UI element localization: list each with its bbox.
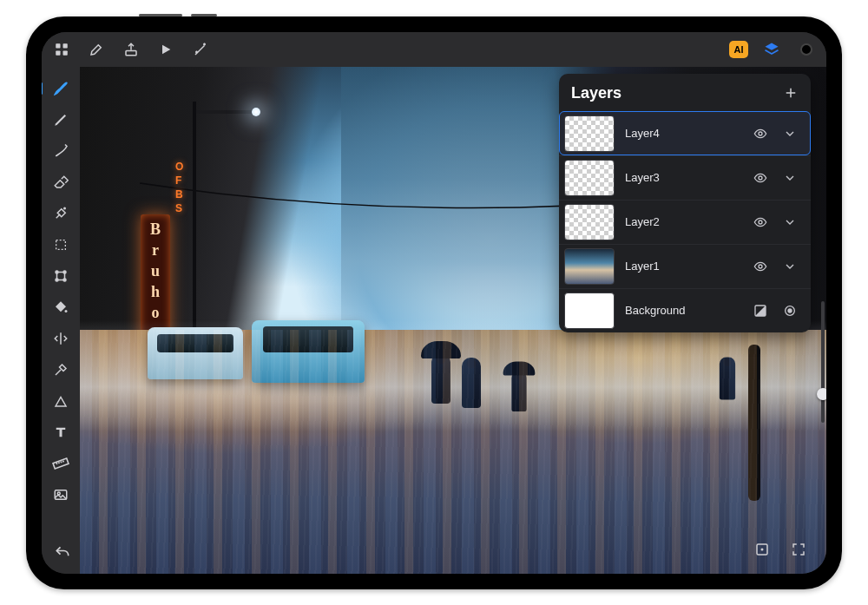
ai-badge[interactable]: AI (729, 41, 748, 58)
play-button[interactable] (155, 38, 177, 61)
expand-layer-button[interactable] (783, 171, 802, 185)
shape-tool[interactable] (45, 386, 76, 416)
layer-row[interactable]: Layer1 (559, 244, 811, 288)
svg-rect-1 (63, 43, 68, 48)
transform-tool[interactable] (45, 261, 76, 291)
neon-sign-small: OFBS (175, 161, 184, 214)
layer-row[interactable]: Layer4 (559, 111, 811, 155)
svg-rect-2 (56, 50, 60, 55)
ruler-tool[interactable] (45, 449, 76, 478)
layer-thumbnail (564, 204, 615, 240)
brush-tool[interactable] (45, 74, 76, 103)
svg-rect-13 (53, 458, 69, 469)
layer-row[interactable]: Layer3 (559, 155, 811, 200)
svg-point-18 (759, 220, 762, 224)
paint-roller-tool[interactable] (45, 136, 76, 166)
layers-panel: Layers Layer4 Layer3 (559, 74, 811, 332)
fit-screen-button[interactable] (750, 537, 774, 562)
svg-rect-3 (63, 50, 68, 55)
visibility-toggle[interactable] (753, 171, 773, 185)
svg-point-12 (65, 310, 68, 312)
layers-stack-icon[interactable] (760, 38, 783, 61)
layer-thumbnail (564, 160, 615, 196)
undo-button[interactable] (50, 541, 75, 565)
eyedropper-tool[interactable] (45, 355, 76, 385)
selection-tool[interactable] (45, 230, 76, 260)
svg-rect-4 (126, 50, 136, 55)
svg-rect-0 (56, 43, 60, 48)
expand-layer-button[interactable] (783, 260, 802, 273)
svg-point-22 (787, 308, 792, 312)
edit-tool-button[interactable] (85, 38, 108, 61)
work-area: OFBS BruhouZ Layers (42, 67, 826, 574)
layer-row[interactable]: Background (559, 288, 811, 332)
visibility-toggle[interactable] (753, 260, 773, 273)
canvas[interactable]: OFBS BruhouZ Layers (80, 67, 826, 574)
svg-rect-6 (56, 240, 66, 249)
grid-view-button[interactable] (50, 38, 73, 61)
svg-point-16 (759, 132, 762, 135)
svg-point-5 (64, 207, 66, 209)
export-button[interactable] (120, 38, 142, 61)
magic-wand-button[interactable] (189, 38, 212, 61)
background-lock-icon[interactable] (783, 304, 802, 318)
svg-point-17 (759, 176, 762, 180)
layer-name: Background (625, 304, 743, 317)
expand-layer-button[interactable] (783, 215, 802, 229)
mirror-tool[interactable] (45, 324, 76, 353)
top-toolbar: AI (42, 32, 826, 67)
svg-point-9 (63, 271, 66, 273)
background-contrast-icon[interactable] (753, 304, 773, 318)
eraser-tool[interactable] (45, 168, 76, 197)
text-tool[interactable] (45, 418, 76, 447)
svg-point-19 (759, 265, 762, 268)
svg-point-10 (56, 279, 58, 281)
layer-name: Layer4 (625, 127, 743, 140)
add-layer-button[interactable] (783, 85, 799, 101)
layer-thumbnail (564, 115, 615, 152)
layer-thumbnail (564, 248, 615, 285)
brush-size-slider[interactable] (821, 301, 825, 423)
layer-thumbnail (564, 293, 615, 329)
record-indicator[interactable] (795, 38, 818, 61)
layers-panel-title: Layers (571, 84, 621, 102)
reference-image-tool[interactable] (45, 480, 76, 510)
svg-point-11 (63, 279, 66, 281)
pencil-tool[interactable] (45, 105, 76, 135)
tablet-frame: AI (26, 16, 842, 589)
layer-name: Layer3 (625, 171, 743, 184)
left-toolbar (42, 67, 80, 574)
smudge-tool[interactable] (45, 199, 76, 228)
app-screen: AI (42, 32, 826, 574)
expand-layer-button[interactable] (783, 127, 802, 141)
fill-tool[interactable] (45, 293, 76, 322)
svg-point-24 (761, 549, 763, 550)
layer-name: Layer2 (625, 215, 743, 228)
visibility-toggle[interactable] (753, 127, 773, 141)
layer-name: Layer1 (625, 260, 743, 273)
visibility-toggle[interactable] (753, 215, 773, 229)
svg-point-8 (56, 271, 58, 273)
layer-row[interactable]: Layer2 (559, 200, 811, 244)
fullscreen-button[interactable] (786, 537, 811, 562)
